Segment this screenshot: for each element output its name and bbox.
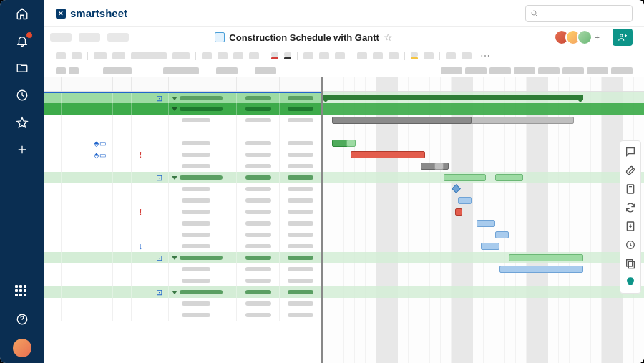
task-grid[interactable]: ⊡⬘ ▭⬘ ▭!⊡!↓⊡⊡ [44, 77, 321, 363]
refresh-icon[interactable] [624, 201, 637, 214]
favorites-icon[interactable] [14, 115, 30, 130]
gantt-row[interactable] [323, 286, 644, 298]
tab-placeholder[interactable] [50, 33, 72, 42]
star-icon[interactable]: ☆ [384, 32, 393, 43]
grid-row[interactable] [44, 309, 321, 321]
tab-placeholder[interactable] [107, 33, 129, 42]
gantt-row[interactable] [323, 103, 644, 115]
user-avatar[interactable] [13, 339, 31, 357]
grid-row[interactable]: ⊡ [44, 286, 321, 298]
svg-rect-7 [627, 260, 633, 266]
toolbar-btn[interactable] [233, 52, 243, 59]
gantt-row[interactable] [323, 115, 644, 126]
toolbar-btn[interactable] [112, 52, 125, 59]
gantt-row[interactable] [323, 126, 644, 137]
toolbar-btn[interactable] [389, 52, 399, 59]
grid-row[interactable] [44, 115, 321, 126]
toolbar-more-icon[interactable]: ⋯ [480, 50, 490, 62]
gantt-row[interactable] [323, 160, 644, 172]
toolbar-btn[interactable] [373, 52, 383, 59]
grid-row[interactable] [44, 275, 321, 286]
home-icon[interactable] [14, 6, 30, 21]
left-nav [0, 0, 44, 363]
grid-row[interactable]: ! [44, 206, 321, 218]
tips-icon[interactable] [624, 276, 637, 289]
grid-row[interactable] [44, 126, 321, 137]
toolbar-btn[interactable] [72, 52, 82, 59]
gantt-row[interactable] [323, 92, 644, 103]
toolbar-btn[interactable] [56, 52, 66, 59]
grid-row[interactable] [44, 103, 321, 115]
recent-icon[interactable] [14, 87, 30, 103]
avatar-more[interactable]: + [595, 33, 600, 42]
grid-row[interactable] [44, 195, 321, 206]
comments-icon[interactable] [624, 145, 637, 158]
notifications-icon[interactable] [14, 33, 30, 49]
toolbar-btn[interactable] [357, 52, 367, 59]
gantt-row[interactable] [323, 309, 644, 321]
tab-placeholder[interactable] [79, 33, 100, 42]
grid-row[interactable] [44, 229, 321, 241]
gantt-row[interactable] [323, 252, 644, 263]
gantt-row[interactable] [323, 275, 644, 286]
toolbar-color-red[interactable] [271, 52, 278, 59]
grid-row[interactable]: ↓ [44, 241, 321, 252]
toolbar-btn[interactable] [94, 52, 107, 59]
toolbar-btn[interactable] [218, 52, 228, 59]
grid-row[interactable]: ⊡ [44, 252, 321, 263]
collaborator-avatars[interactable]: + [558, 29, 600, 45]
gantt-row[interactable] [323, 149, 644, 160]
toolbar-btn[interactable] [202, 52, 212, 59]
gantt-row[interactable] [323, 229, 644, 241]
gantt-row[interactable] [323, 298, 644, 309]
gantt-row[interactable] [323, 172, 644, 183]
gantt-row[interactable] [323, 195, 644, 206]
help-icon[interactable] [14, 311, 30, 327]
toolbar-btn[interactable] [462, 52, 472, 59]
toolbar-btn[interactable] [249, 52, 259, 59]
toolbar-btn[interactable] [446, 52, 456, 59]
toolbar-btn[interactable] [131, 52, 167, 59]
notification-badge [26, 32, 33, 39]
toolbar-color-black[interactable] [284, 52, 291, 59]
share-button[interactable] [613, 29, 633, 46]
folder-icon[interactable] [14, 60, 30, 76]
grid-row[interactable] [44, 263, 321, 275]
grid-row[interactable] [44, 218, 321, 229]
document-icon [215, 32, 225, 42]
add-icon[interactable] [14, 142, 30, 158]
top-bar: ✕ smartsheet [44, 0, 644, 27]
svg-rect-4 [627, 185, 633, 193]
proofs-icon[interactable] [624, 183, 637, 195]
grid-row[interactable] [44, 160, 321, 172]
gantt-row[interactable] [323, 218, 644, 229]
toolbar-btn[interactable] [319, 52, 329, 59]
grid-row[interactable] [44, 183, 321, 195]
grid-row[interactable]: ⊡ [44, 92, 321, 103]
svg-point-3 [620, 34, 623, 37]
toolbar-btn[interactable] [172, 52, 190, 59]
gantt-row[interactable] [323, 263, 644, 275]
grid-row[interactable] [44, 298, 321, 309]
grid-row[interactable]: ⊡ [44, 172, 321, 183]
toolbar-btn[interactable] [303, 52, 313, 59]
grid-row[interactable]: ⬘ ▭! [44, 149, 321, 160]
toolbar-btn[interactable] [424, 52, 434, 59]
gantt-row[interactable] [323, 206, 644, 218]
brand-logo[interactable]: ✕ smartsheet [56, 7, 127, 19]
search-input[interactable] [525, 5, 633, 22]
gantt-row[interactable] [323, 183, 644, 195]
svg-rect-8 [628, 261, 634, 268]
publish-icon[interactable] [624, 257, 637, 270]
toolbar-btn[interactable] [335, 52, 345, 59]
attachments-icon[interactable] [624, 164, 637, 177]
history-icon[interactable] [624, 238, 637, 251]
gantt-row[interactable] [323, 241, 644, 252]
export-icon[interactable] [624, 220, 637, 233]
toolbar-color-yellow[interactable] [411, 52, 418, 59]
gantt-row[interactable] [323, 137, 644, 149]
gantt-divider[interactable] [321, 77, 323, 363]
gantt-chart[interactable] [323, 77, 644, 363]
grid-row[interactable]: ⬘ ▭ [44, 137, 321, 149]
apps-icon[interactable] [14, 284, 30, 300]
